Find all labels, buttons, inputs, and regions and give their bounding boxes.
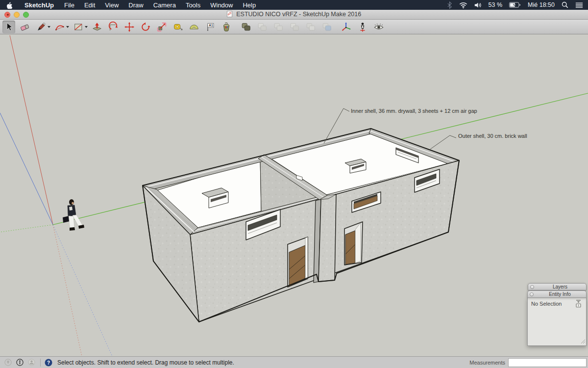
- divider-wall-pillar: [314, 194, 336, 283]
- window-title-bar[interactable]: ESTUDIO NICO vRFZ - SketchUp Make 2016: [0, 10, 588, 20]
- offset-icon: [108, 22, 119, 32]
- entity-info-details-toggle[interactable]: [575, 299, 582, 308]
- model-canvas: Inner shell, 36 mm. drywall, 3 sheets + …: [0, 34, 588, 356]
- blue-axis: [0, 113, 53, 225]
- position-camera-icon: [357, 22, 368, 32]
- red-axis-negative: [53, 225, 82, 356]
- protractor-tool[interactable]: [188, 21, 200, 33]
- push-pull-tool[interactable]: [91, 21, 103, 33]
- offset-tool[interactable]: [107, 21, 120, 33]
- geolocation-status-icon[interactable]: [4, 359, 12, 366]
- position-camera-tool[interactable]: [356, 21, 369, 33]
- outer-shell-tool[interactable]: [240, 21, 252, 33]
- select-tool[interactable]: [2, 21, 15, 33]
- eraser-icon: [20, 22, 30, 32]
- intersect-icon: [257, 22, 268, 32]
- menu-edit[interactable]: Edit: [79, 1, 100, 9]
- union-tool[interactable]: [272, 21, 285, 33]
- entity-info-panel-body: No Selection: [527, 297, 587, 346]
- layers-panel-close-button[interactable]: [530, 285, 534, 289]
- shapes-tool[interactable]: [72, 21, 85, 33]
- menu-window[interactable]: Window: [205, 1, 238, 9]
- green-axis-negative: [0, 225, 53, 232]
- axes-icon: [341, 22, 352, 32]
- paint-bucket-tool[interactable]: [220, 21, 233, 33]
- arc-tool-dropdown[interactable]: [66, 26, 69, 28]
- document-icon: [227, 11, 232, 19]
- spotlight-search-icon[interactable]: [562, 1, 568, 8]
- line-tool[interactable]: [35, 21, 48, 33]
- menu-view[interactable]: View: [100, 1, 123, 9]
- wifi-icon[interactable]: [459, 2, 467, 8]
- scale-icon: [156, 22, 167, 32]
- svg-text:?: ?: [47, 360, 50, 365]
- menu-camera[interactable]: Camera: [148, 1, 181, 9]
- credits-status-icon[interactable]: [16, 359, 24, 366]
- text-tool[interactable]: A1: [204, 21, 217, 33]
- paint-bucket-icon: [221, 22, 232, 32]
- building-model[interactable]: [143, 129, 459, 322]
- axes-tool[interactable]: [340, 21, 353, 33]
- trim-icon: [305, 22, 316, 32]
- status-bar: ? Select objects. Shift to extend select…: [0, 356, 588, 368]
- move-tool[interactable]: [123, 21, 136, 33]
- line-tool-dropdown[interactable]: [48, 26, 50, 28]
- rotate-tool[interactable]: [139, 21, 152, 33]
- inner-shell-annotation[interactable]: Inner shell, 36 mm. drywall, 3 sheets + …: [351, 108, 477, 114]
- layers-panel-titlebar[interactable]: Layers: [528, 283, 587, 290]
- status-hint-text: Select objects. Shift to extend select. …: [57, 359, 234, 366]
- select-arrow-icon: [3, 22, 14, 32]
- person-figure[interactable]: [63, 199, 84, 231]
- right-doorway: [344, 222, 363, 265]
- 3d-viewport[interactable]: Inner shell, 36 mm. drywall, 3 sheets + …: [0, 34, 588, 356]
- apple-icon: [6, 1, 12, 9]
- tape-measure-icon: [172, 22, 183, 32]
- trim-tool[interactable]: [304, 21, 317, 33]
- bluetooth-icon[interactable]: [447, 1, 452, 9]
- menu-file[interactable]: File: [59, 1, 79, 9]
- intersect-tool[interactable]: [256, 21, 269, 33]
- entity-info-panel-titlebar[interactable]: Entity Info: [527, 290, 587, 298]
- look-around-eye-icon: [373, 22, 384, 32]
- battery-percentage: 53 %: [489, 1, 503, 8]
- blue-axis-negative: [53, 225, 112, 356]
- scale-tool[interactable]: [155, 21, 168, 33]
- menu-tools[interactable]: Tools: [181, 1, 205, 9]
- sign-in-status-icon[interactable]: [28, 359, 35, 366]
- status-bar-divider: [40, 359, 41, 367]
- union-icon: [273, 22, 284, 32]
- measurements-label: Measurements: [469, 360, 505, 366]
- red-axis: [10, 35, 53, 225]
- split-tool[interactable]: [320, 21, 333, 33]
- measurements-input[interactable]: [508, 358, 587, 367]
- help-button[interactable]: ?: [45, 359, 52, 367]
- outer-shell-leader-line: [430, 135, 456, 149]
- menu-draw[interactable]: Draw: [123, 1, 148, 9]
- arc-tool[interactable]: [53, 21, 66, 33]
- svg-text:A1: A1: [209, 24, 213, 27]
- entity-info-panel-title: Entity Info: [534, 291, 586, 297]
- volume-icon[interactable]: [474, 2, 482, 8]
- shapes-tool-dropdown[interactable]: [85, 26, 88, 28]
- outer-shell-annotation[interactable]: Outer shell, 30 cm. brick wall: [458, 133, 527, 139]
- outer-shell-icon: [241, 22, 251, 32]
- panel-resize-grip[interactable]: [580, 339, 586, 345]
- macos-menu-bar: SketchUp File Edit View Draw Camera Tool…: [0, 0, 588, 10]
- sketchup-window: SketchUp File Edit View Draw Camera Tool…: [0, 0, 588, 368]
- menu-sketchup[interactable]: SketchUp: [19, 1, 59, 9]
- notification-center-icon[interactable]: [575, 2, 583, 8]
- menu-help[interactable]: Help: [238, 1, 261, 9]
- menu-bar-clock[interactable]: Mié 18:50: [528, 1, 555, 8]
- pencil-icon: [36, 22, 47, 32]
- subtract-tool[interactable]: [288, 21, 301, 33]
- right-door: [345, 231, 355, 264]
- arc-icon: [54, 22, 65, 32]
- apple-menu[interactable]: [0, 1, 19, 9]
- entity-info-close-button[interactable]: [530, 292, 534, 296]
- look-around-tool[interactable]: [372, 21, 385, 33]
- push-pull-icon: [92, 22, 102, 32]
- window-title: ESTUDIO NICO vRFZ - SketchUp Make 2016: [236, 11, 361, 18]
- eraser-tool[interactable]: [19, 21, 31, 33]
- tape-measure-tool[interactable]: [172, 21, 184, 33]
- split-icon: [321, 22, 332, 32]
